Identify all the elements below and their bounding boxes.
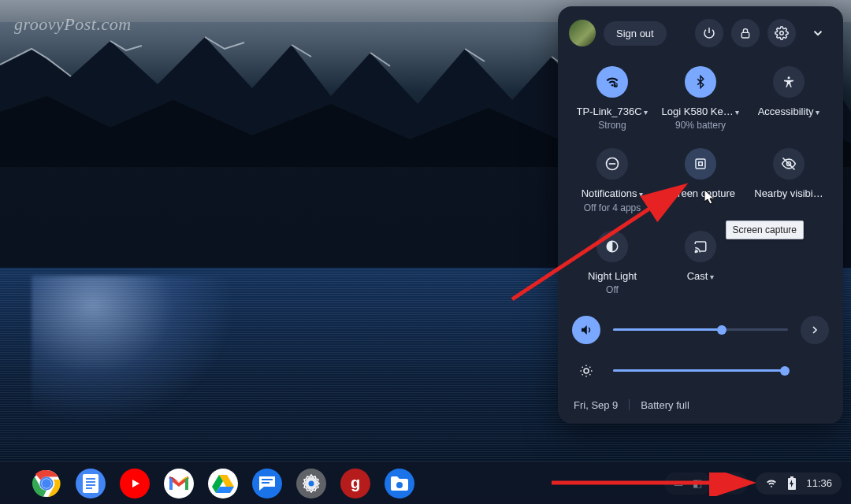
svg-rect-32 (86, 487, 92, 489)
overview-icon: ◧ (691, 477, 704, 490)
svg-rect-7 (699, 162, 703, 166)
svg-rect-6 (696, 159, 705, 169)
tray-ime[interactable]: ◐ (719, 472, 748, 495)
battery-tray-icon (786, 477, 798, 490)
svg-point-11 (695, 251, 697, 253)
visibility-off-icon (773, 148, 805, 180)
brightness-button[interactable] (572, 357, 600, 385)
tray-time: 11:36 (806, 477, 832, 489)
app-drive[interactable] (208, 469, 238, 498)
wifi-icon (596, 66, 628, 98)
app-youtube[interactable] (120, 469, 150, 498)
avatar[interactable] (569, 20, 596, 46)
svg-rect-31 (86, 484, 95, 486)
tile-nearby[interactable]: Nearby visibi… (745, 143, 832, 220)
footer-battery[interactable]: Battery full (641, 399, 689, 411)
svg-line-16 (589, 374, 590, 375)
svg-point-1 (780, 32, 784, 35)
settings-button[interactable] (767, 19, 796, 47)
ime-icon: ◐ (727, 477, 740, 490)
svg-line-20 (589, 366, 590, 367)
svg-rect-29 (86, 478, 95, 480)
svg-rect-33 (169, 477, 173, 490)
tile-notifications[interactable]: Notifications Off for 4 apps (569, 143, 656, 220)
shelf-apps: g (32, 469, 414, 498)
tile-screen-capture[interactable]: Screen capture (657, 143, 744, 220)
app-chrome[interactable] (32, 469, 61, 498)
cast-icon (685, 231, 716, 262)
svg-rect-30 (86, 481, 95, 483)
app-docs[interactable] (76, 469, 106, 498)
svg-rect-34 (185, 477, 188, 490)
tile-night-light[interactable]: Night Light Off (569, 226, 656, 303)
audio-settings-button[interactable] (801, 316, 829, 344)
quick-settings-panel: Sign out TP-Link_736C Strong Logi K580 K… (558, 6, 843, 424)
volume-slider[interactable] (613, 328, 788, 331)
app-settings[interactable] (296, 469, 326, 498)
app-files[interactable] (385, 469, 414, 498)
dnd-icon (596, 148, 628, 180)
watermark-text: groovyPost.com (14, 14, 132, 35)
svg-rect-0 (741, 32, 749, 38)
divider (629, 399, 630, 410)
svg-line-19 (582, 374, 583, 375)
collapse-button[interactable] (804, 19, 832, 47)
volume-row (569, 309, 832, 350)
svg-point-40 (396, 482, 403, 488)
tile-wifi[interactable]: TP-Link_736C Strong (569, 61, 656, 139)
app-messages[interactable] (252, 469, 282, 498)
footer-date: Fri, Sep 9 (574, 399, 618, 411)
svg-point-12 (584, 369, 589, 373)
svg-point-27 (42, 479, 51, 488)
app-gmail[interactable] (164, 469, 194, 498)
tray-pin-overview[interactable]: ▭ ◧ (664, 472, 712, 495)
brightness-row (569, 350, 832, 391)
brightness-slider[interactable] (613, 369, 788, 372)
sign-out-button[interactable]: Sign out (604, 21, 667, 46)
svg-rect-42 (790, 476, 793, 478)
tooltip-screen-capture: Screen capture (726, 220, 804, 239)
shelf: g ▭ ◧ ◐ 11:36 (0, 461, 851, 504)
night-light-icon (596, 231, 628, 262)
volume-button[interactable] (572, 316, 600, 344)
status-tray[interactable]: 11:36 (756, 472, 842, 495)
bluetooth-icon (685, 66, 716, 98)
wifi-tray-icon (765, 477, 778, 490)
svg-rect-28 (83, 474, 98, 493)
svg-rect-35 (262, 479, 273, 480)
svg-point-3 (788, 76, 790, 79)
tile-accessibility[interactable]: Accessibility (745, 61, 832, 139)
phone-icon: ▭ (672, 477, 685, 490)
svg-point-39 (309, 480, 314, 486)
svg-line-15 (582, 366, 583, 367)
power-button[interactable] (695, 19, 723, 47)
app-groovypost[interactable]: g (340, 469, 370, 498)
tile-bluetooth[interactable]: Logi K580 Ke… 90% battery (657, 61, 744, 139)
lock-button[interactable] (731, 19, 760, 47)
svg-rect-36 (262, 482, 269, 484)
accessibility-icon (773, 66, 805, 98)
screen-capture-icon (685, 148, 716, 180)
